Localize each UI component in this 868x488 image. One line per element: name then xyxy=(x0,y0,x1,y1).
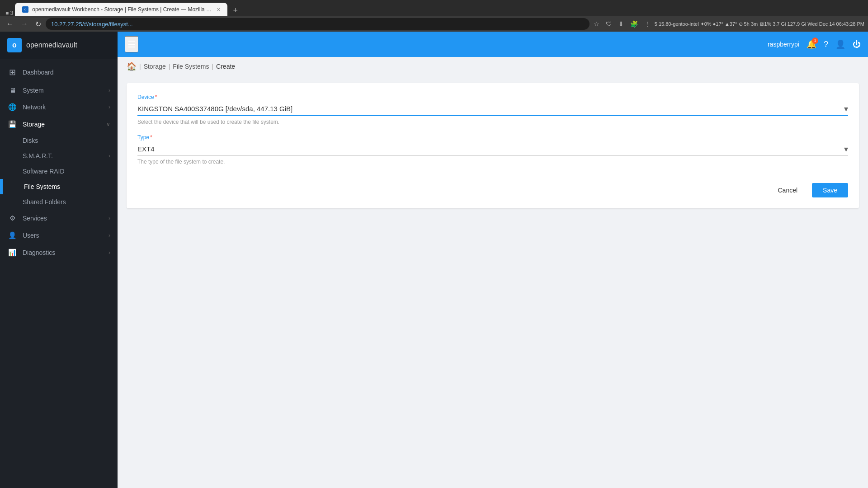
sidebar-item-label: Network xyxy=(23,103,103,111)
system-icon: 🖥 xyxy=(7,86,17,94)
smart-label: S.M.A.R.T. xyxy=(23,152,53,160)
tab-close-button[interactable]: × xyxy=(217,6,220,13)
sidebar-item-system[interactable]: 🖥 System › xyxy=(0,82,118,99)
breadcrumb-separator: | xyxy=(169,63,170,70)
sidebar-item-network[interactable]: 🌐 Network › xyxy=(0,99,118,116)
sidebar-item-label: Dashboard xyxy=(23,69,110,76)
sidebar-item-dashboard[interactable]: ⊞ Dashboard xyxy=(0,63,118,82)
logo-text: openmediavault xyxy=(26,41,77,49)
sidebar-nav: ⊞ Dashboard 🖥 System › 🌐 Network › 💾 Sto… xyxy=(0,59,118,488)
breadcrumb-current-page: Create xyxy=(216,63,235,70)
main-content: ☰ raspberrypi 🔔 1 ? 👤 ⏻ 🏠 | Storage | Fi… xyxy=(118,32,868,488)
save-button[interactable]: Save xyxy=(812,183,848,197)
app-container: o openmediavault ⊞ Dashboard 🖥 System › … xyxy=(0,32,868,488)
header-right: raspberrypi 🔔 1 ? 👤 ⏻ xyxy=(768,39,861,49)
required-marker: * xyxy=(150,134,152,141)
sidebar-item-label: Storage xyxy=(23,121,101,128)
chevron-down-icon: ∨ xyxy=(106,121,110,127)
disks-label: Disks xyxy=(23,137,38,144)
power-button[interactable]: ⏻ xyxy=(853,40,861,49)
back-button[interactable]: ← xyxy=(4,18,16,30)
shield-icon[interactable]: 🛡 xyxy=(604,19,614,29)
hamburger-menu-button[interactable]: ☰ xyxy=(125,36,138,52)
type-select[interactable]: EXT4 ▾ xyxy=(137,142,848,156)
home-icon[interactable]: 🏠 xyxy=(127,61,137,71)
storage-icon: 💾 xyxy=(7,120,17,128)
chevron-right-icon: › xyxy=(108,104,110,110)
chevron-right-icon: › xyxy=(108,87,110,94)
tab-title: openmediavault Workbench - Storage | Fil… xyxy=(32,6,213,13)
breadcrumb: 🏠 | Storage | File Systems | Create xyxy=(118,57,868,76)
device-select-value: KINGSTON SA400S37480G [/dev/sda, 447.13 … xyxy=(137,102,844,115)
file-systems-label: File Systems xyxy=(24,183,60,190)
services-icon: ⚙ xyxy=(7,214,17,222)
sidebar: o openmediavault ⊞ Dashboard 🖥 System › … xyxy=(0,32,118,488)
device-dropdown-arrow-icon[interactable]: ▾ xyxy=(844,104,848,114)
browser-tabs: ■ 3 o openmediavault Workbench - Storage… xyxy=(0,0,868,16)
sidebar-item-diagnostics[interactable]: 📊 Diagnostics › xyxy=(0,244,118,261)
sidebar-item-storage[interactable]: 💾 Storage ∨ xyxy=(0,116,118,133)
tab-favicon: o xyxy=(22,6,28,13)
system-info: 5.15.80-gentoo-intel ✦0% ●17° ▲37° ⊙ 5h … xyxy=(655,21,864,27)
sidebar-item-label: Diagnostics xyxy=(23,249,103,256)
username-label: raspberrypi xyxy=(768,41,799,48)
breadcrumb-separator: | xyxy=(139,63,141,70)
type-select-value: EXT4 xyxy=(137,142,844,155)
tab-number: ■ 3 xyxy=(4,10,15,16)
sidebar-item-users[interactable]: 👤 Users › xyxy=(0,227,118,244)
network-icon: 🌐 xyxy=(7,103,17,111)
chevron-right-icon: › xyxy=(108,215,110,221)
diagnostics-icon: 📊 xyxy=(7,249,17,257)
software-raid-label: Software RAID xyxy=(23,168,65,175)
sidebar-item-label: Services xyxy=(23,215,103,222)
users-icon: 👤 xyxy=(7,231,17,239)
active-tab[interactable]: o openmediavault Workbench - Storage | F… xyxy=(15,3,227,16)
notification-badge: 1 xyxy=(812,38,818,44)
browser-toolbar-icons: ☆ 🛡 ⬇ 🧩 ⋮ xyxy=(591,19,653,29)
chevron-right-icon: › xyxy=(108,153,110,159)
type-field-group: Type* EXT4 ▾ The type of the file system… xyxy=(137,134,848,165)
breadcrumb-storage-link[interactable]: Storage xyxy=(144,63,166,70)
active-indicator xyxy=(1,179,3,194)
dashboard-icon: ⊞ xyxy=(7,67,17,77)
device-help-text: Select the device that will be used to c… xyxy=(137,119,848,125)
type-label: Type* xyxy=(137,134,848,141)
sidebar-subitem-software-raid[interactable]: Software RAID xyxy=(0,164,118,179)
notifications-button[interactable]: 🔔 1 xyxy=(807,39,816,49)
device-field-group: Device* KINGSTON SA400S37480G [/dev/sda,… xyxy=(137,94,848,125)
new-tab-button[interactable]: + xyxy=(229,5,241,16)
user-profile-button[interactable]: 👤 xyxy=(835,39,845,49)
device-select[interactable]: KINGSTON SA400S37480G [/dev/sda, 447.13 … xyxy=(137,102,848,116)
browser-chrome: ■ 3 o openmediavault Workbench - Storage… xyxy=(0,0,868,32)
download-icon[interactable]: ⬇ xyxy=(616,19,626,29)
sidebar-item-services[interactable]: ⚙ Services › xyxy=(0,210,118,227)
help-button[interactable]: ? xyxy=(824,40,828,49)
cancel-button[interactable]: Cancel xyxy=(769,183,807,197)
menu-icon[interactable]: ⋮ xyxy=(642,19,653,29)
top-header: ☰ raspberrypi 🔔 1 ? 👤 ⏻ xyxy=(118,32,868,57)
sidebar-item-label: Users xyxy=(23,232,103,239)
logo-icon: o xyxy=(7,38,22,52)
chevron-right-icon: › xyxy=(108,249,110,256)
extensions-icon[interactable]: 🧩 xyxy=(628,19,640,29)
sidebar-subitem-smart[interactable]: S.M.A.R.T. › xyxy=(0,148,118,164)
device-label: Device* xyxy=(137,94,848,100)
header-left: ☰ xyxy=(125,36,138,52)
refresh-button[interactable]: ↻ xyxy=(33,18,44,30)
chevron-right-icon: › xyxy=(108,232,110,239)
sidebar-subitem-disks[interactable]: Disks xyxy=(0,133,118,148)
breadcrumb-file-systems-link[interactable]: File Systems xyxy=(173,63,209,70)
sidebar-subitem-shared-folders[interactable]: Shared Folders xyxy=(0,194,118,210)
breadcrumb-separator: | xyxy=(212,63,213,70)
address-bar[interactable] xyxy=(46,18,590,30)
create-filesystem-form: Device* KINGSTON SA400S37480G [/dev/sda,… xyxy=(127,83,859,208)
shared-folders-label: Shared Folders xyxy=(23,198,66,206)
sidebar-item-label: System xyxy=(23,87,103,94)
required-marker: * xyxy=(155,94,157,100)
star-icon[interactable]: ☆ xyxy=(591,19,602,29)
forward-button[interactable]: → xyxy=(18,18,31,30)
type-dropdown-arrow-icon[interactable]: ▾ xyxy=(844,144,848,154)
sidebar-subitem-file-systems[interactable]: File Systems xyxy=(0,179,118,194)
browser-toolbar: ← → ↻ ☆ 🛡 ⬇ 🧩 ⋮ 5.15.80-gentoo-intel ✦0%… xyxy=(0,16,868,32)
sidebar-logo: o openmediavault xyxy=(0,32,118,59)
